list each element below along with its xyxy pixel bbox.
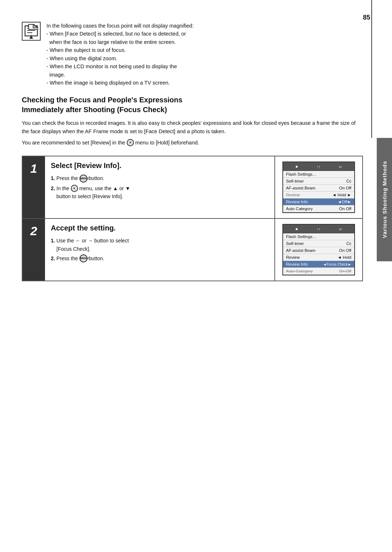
step-2-number: 2 bbox=[30, 224, 37, 238]
step-2-block: 2 Accept the setting. 1. Use the ← or → … bbox=[22, 219, 363, 281]
menu-header-2: ● ↑↑ ₂₀ bbox=[283, 225, 354, 233]
step-2-item-2: 2. Press the MENU button. bbox=[51, 254, 269, 263]
step-1-number: 1 bbox=[30, 161, 37, 176]
menu-row-flash-2: Flash Settings… bbox=[283, 233, 354, 240]
step-2-title: Accept the setting. bbox=[51, 224, 269, 232]
main-content: ≡ In the following cases the focus point… bbox=[22, 22, 363, 281]
menu-button-icon-1: MENU bbox=[79, 175, 87, 183]
camera-icon-header: ● bbox=[295, 164, 298, 169]
menu-row-reviewinfo-2-selected: Review Info ◄Focus Check► bbox=[283, 261, 354, 268]
step-2-number-col: 2 bbox=[23, 219, 45, 281]
step-2-item-1: 1. Use the ← or → button to select [Focu… bbox=[51, 237, 269, 253]
step-1-title: Select [Review Info]. bbox=[51, 161, 269, 170]
section-heading: Checking the Focus and People's Expressi… bbox=[22, 95, 363, 115]
svg-text:≡: ≡ bbox=[26, 24, 28, 28]
body-text-1: You can check the focus in recorded imag… bbox=[22, 119, 363, 136]
note-icon: ≡ bbox=[22, 22, 41, 41]
step-1-block: 1 Select [Review Info]. 1. Press the MEN… bbox=[22, 156, 363, 219]
vertical-divider bbox=[371, 0, 372, 138]
step-1-camera-menu: ● ↑↑ ₂₀ Flash Settings… Self-timer Ċċ AF… bbox=[282, 161, 355, 213]
menu-tab-extra-2: ₂₀ bbox=[339, 227, 342, 231]
menu-tab-extra: ₂₀ bbox=[339, 164, 342, 168]
chapter-tab: Various Shooting Methods bbox=[377, 138, 392, 261]
body-text-2: You are recommended to set [Review] in t… bbox=[22, 139, 363, 147]
menu-row-autocategory: Auto Category On Off bbox=[283, 205, 354, 212]
menu-row-selftimer: Self-timer Ċċ bbox=[283, 178, 354, 185]
note-box: ≡ In the following cases the focus point… bbox=[22, 22, 363, 87]
menu-row-autocategory-2: Auto Category On Off bbox=[283, 268, 354, 275]
menu-row-afbeam-2: AF-assist Beam On Off bbox=[283, 247, 354, 254]
step-1-item-2: 2. In the menu, use the ▲ or ▼ button to… bbox=[51, 184, 269, 201]
step-2-image: ● ↑↑ ₂₀ Flash Settings… Self-timer Ċċ AF… bbox=[275, 219, 362, 281]
menu-tab-settings-2: ↑↑ bbox=[317, 227, 320, 231]
camera-icon-header-2: ● bbox=[295, 226, 298, 232]
steps-container: 1 Select [Review Info]. 1. Press the MEN… bbox=[22, 156, 363, 281]
page-number: 85 bbox=[363, 14, 370, 21]
menu-row-review: Review ◄ Hold ► bbox=[283, 192, 354, 199]
menu-header-1: ● ↑↑ ₂₀ bbox=[283, 162, 354, 171]
step-1-number-col: 1 bbox=[23, 156, 45, 218]
step-1-item-1: 1. Press the MENU button. bbox=[51, 174, 269, 183]
menu-row-afbeam: AF-assist Beam On Off bbox=[283, 185, 354, 192]
play-dot-icon-2 bbox=[71, 185, 78, 192]
play-dot-icon bbox=[127, 139, 134, 146]
note-text: In the following cases the focus point w… bbox=[46, 22, 193, 87]
menu-row-selftimer-2: Self-timer Ċċ bbox=[283, 240, 354, 247]
step-1-image: ● ↑↑ ₂₀ Flash Settings… Self-timer Ċċ AF… bbox=[275, 156, 362, 218]
svg-marker-7 bbox=[29, 34, 33, 39]
menu-row-flash: Flash Settings… bbox=[283, 171, 354, 178]
menu-button-icon-2: MENU bbox=[79, 254, 87, 262]
step-2-content: Accept the setting. 1. Use the ← or → bu… bbox=[45, 219, 275, 281]
menu-row-review-2: Review ◄ Hold bbox=[283, 254, 354, 261]
step-1-content: Select [Review Info]. 1. Press the MENU … bbox=[45, 156, 275, 218]
menu-row-reviewinfo-selected: Review Info ◄Off► bbox=[283, 199, 354, 205]
step-2-camera-menu: ● ↑↑ ₂₀ Flash Settings… Self-timer Ċċ AF… bbox=[282, 224, 355, 275]
chapter-tab-label: Various Shooting Methods bbox=[381, 161, 388, 238]
menu-tab-settings: ↑↑ bbox=[317, 164, 320, 169]
